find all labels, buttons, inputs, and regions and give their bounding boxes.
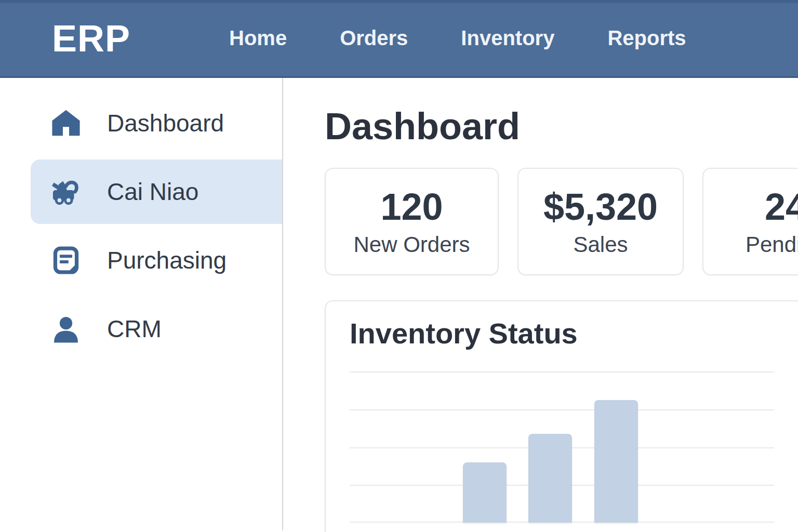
sidebar-item-label: Dashboard [107, 109, 224, 137]
stat-value: 120 [380, 187, 443, 227]
stat-value: 24 [765, 187, 798, 227]
sidebar: Dashboard Cai Niao [0, 78, 283, 530]
stat-value: $5,320 [543, 187, 658, 227]
chart-bar [594, 400, 638, 523]
stat-label: Pending [746, 232, 798, 257]
inventory-bar-chart [350, 371, 774, 523]
page-title: Dashboard [325, 108, 798, 145]
document-icon [51, 245, 81, 275]
home-icon [51, 108, 81, 138]
top-nav-bar: ERP Home Orders Inventory Reports [0, 0, 798, 78]
chart-title: Inventory Status [350, 317, 798, 350]
sidebar-item-purchasing[interactable]: Purchasing [31, 228, 282, 292]
stat-card-sales: $5,320 Sales [517, 168, 684, 275]
chart-bar [463, 462, 507, 523]
gridline [350, 371, 774, 373]
nav-item-home[interactable]: Home [229, 26, 287, 50]
chart-bar [528, 434, 572, 523]
nav-item-orders[interactable]: Orders [340, 26, 408, 50]
stat-card-new-orders: 120 New Orders [325, 168, 499, 275]
sidebar-item-label: Purchasing [107, 246, 227, 274]
stat-card-row: 120 New Orders $5,320 Sales 24 Pending [325, 168, 798, 275]
sidebar-item-label: CRM [107, 315, 162, 343]
main-content: Dashboard 120 New Orders $5,320 Sales 24… [283, 78, 798, 530]
nav-item-reports[interactable]: Reports [607, 26, 686, 50]
app-body: Dashboard Cai Niao [0, 78, 798, 530]
truck-icon [51, 177, 81, 207]
gridline [350, 409, 774, 410]
user-icon [51, 314, 81, 344]
stat-label: Sales [573, 232, 628, 257]
inventory-status-card: Inventory Status [325, 300, 798, 532]
main-nav: Home Orders Inventory Reports [229, 26, 686, 50]
app-logo: ERP [52, 17, 130, 60]
stat-label: New Orders [353, 232, 470, 257]
nav-item-inventory[interactable]: Inventory [461, 26, 554, 50]
sidebar-item-cai-niao[interactable]: Cai Niao [31, 159, 282, 224]
sidebar-item-dashboard[interactable]: Dashboard [31, 91, 282, 155]
stat-card-pending: 24 Pending [702, 168, 798, 275]
sidebar-item-crm[interactable]: CRM [31, 297, 282, 361]
erp-app-window: ERP Home Orders Inventory Reports Dashbo… [0, 0, 798, 532]
sidebar-item-label: Cai Niao [107, 178, 198, 206]
